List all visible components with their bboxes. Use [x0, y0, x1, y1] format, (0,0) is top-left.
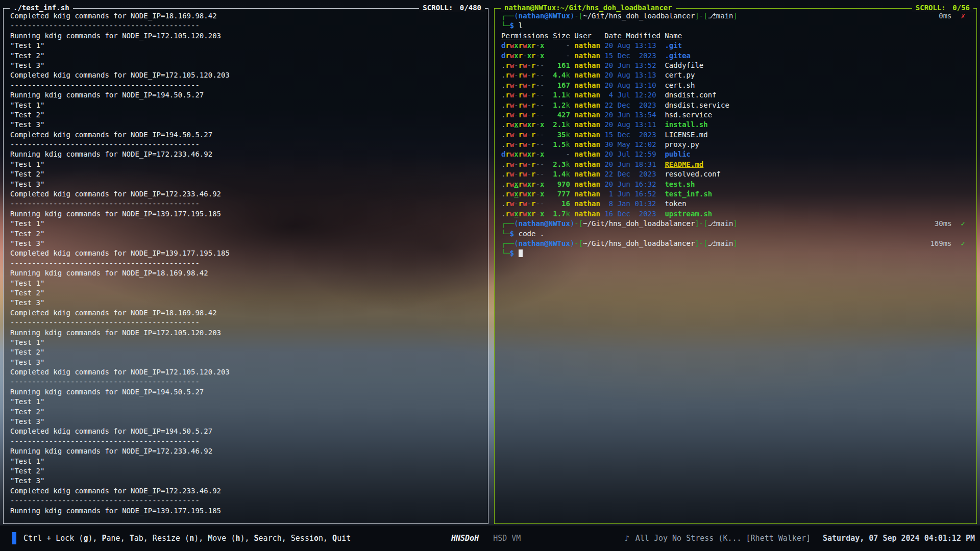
- file-date: 1 Jun 16:52: [604, 190, 656, 198]
- terminal-line: Running kdig commands for NODE_IP=172.23…: [10, 149, 485, 159]
- prompt-frame: ┌──: [501, 239, 514, 247]
- left-pane-title: ./test_inf.sh: [10, 4, 73, 12]
- git-branch-name: main: [716, 219, 733, 228]
- terminal-line: "Test 3": [10, 358, 485, 367]
- tab-hnsdoh[interactable]: HNSDoH: [451, 534, 479, 543]
- check-icon: ✓: [961, 239, 965, 248]
- prompt-frame: ┌──: [501, 219, 514, 228]
- file-name: test_inf.sh: [665, 190, 712, 198]
- file-name: LICENSE.md: [665, 131, 707, 139]
- file-size-unit: k: [566, 101, 570, 109]
- file-date: 22 Dec 2023: [604, 101, 656, 109]
- file-name: dnsdist.conf: [665, 91, 716, 99]
- terminal-line: "Test 3": [10, 120, 485, 130]
- file-size: 161: [557, 61, 570, 69]
- cross-icon: ✗: [961, 11, 965, 21]
- file-owner: nathan: [574, 61, 600, 69]
- column-header: Size: [553, 32, 570, 40]
- file-date: 22 Dec 2023: [604, 170, 656, 178]
- command-duration: 0ms: [939, 11, 951, 21]
- prompt-path: ~/Git/hns_doh_loadbalancer: [583, 239, 695, 247]
- left-pane-output: Completed kdig commands for NODE_IP=18.1…: [10, 11, 485, 521]
- tab-hsd-vm[interactable]: HSD VM: [493, 534, 521, 543]
- pane-shell[interactable]: nathan@NWTux:~/Git/hns_doh_loadbalancer …: [494, 8, 977, 524]
- file-name: proxy.py: [665, 140, 699, 148]
- terminal-line: Running kdig commands for NODE_IP=172.10…: [10, 328, 485, 338]
- terminal-line: Running kdig commands for NODE_IP=194.50…: [10, 90, 485, 100]
- command-line: └─$: [501, 248, 973, 258]
- terminal-line: "Test 3": [10, 417, 485, 427]
- terminal-line: ----------------------------------------…: [10, 318, 485, 328]
- file-size-unit: k: [566, 140, 570, 148]
- terminal-line: "Test 1": [10, 338, 485, 347]
- terminal-line: Completed kdig commands for NODE_IP=172.…: [10, 367, 485, 377]
- file-row: .rw-rw-r-- 16 nathan 8 Jan 01:32 token: [501, 199, 973, 209]
- status-bar: Ctrl + Lock (g), Pane, Tab, Resize (n), …: [0, 525, 980, 551]
- ls-header: Permissions Size User Date Modified Name: [501, 31, 973, 41]
- file-name: upstream.sh: [665, 210, 712, 218]
- file-name: .gitea: [665, 52, 691, 60]
- file-size: -: [566, 52, 570, 60]
- prompt-path: ~/Git/hns_doh_loadbalancer: [583, 219, 695, 228]
- file-row: .rw-rw-r-- 427 nathan 20 Jun 13:54 hsd.s…: [501, 110, 973, 120]
- file-size-unit: k: [566, 160, 570, 168]
- terminal-line: "Test 3": [10, 476, 485, 486]
- command-line: └─$ code .: [501, 229, 973, 239]
- command-duration: 169ms: [930, 239, 951, 248]
- pane-test-inf-script[interactable]: ./test_inf.sh SCROLL:0/480 Completed kdi…: [3, 8, 488, 524]
- file-owner: nathan: [574, 91, 600, 99]
- terminal-cursor[interactable]: [519, 249, 523, 257]
- prompt-user-host: nathan@NWTux: [519, 12, 570, 20]
- prompt-frame: ┌──: [501, 12, 514, 20]
- file-size: 777: [557, 190, 570, 198]
- terminal-line: "Test 3": [10, 180, 485, 189]
- keybinding-label: n,: [318, 534, 332, 543]
- terminal-line: Completed kdig commands for NODE_IP=194.…: [10, 130, 485, 140]
- command-status: 0ms✗: [939, 11, 965, 21]
- file-name: install.sh: [665, 120, 707, 129]
- file-name: resolved.conf: [665, 170, 721, 178]
- keybinding-label: ),: [240, 534, 254, 543]
- terminal-line: "Test 3": [10, 239, 485, 248]
- file-size-unit: k: [566, 71, 570, 79]
- file-name: .git: [665, 41, 682, 49]
- file-owner: nathan: [574, 210, 600, 218]
- keybinding-label: Ctrl + Lock (: [23, 534, 83, 543]
- file-owner: nathan: [574, 160, 600, 168]
- column-header: User: [574, 32, 592, 40]
- check-icon: ✓: [961, 219, 965, 229]
- file-owner: nathan: [574, 81, 600, 89]
- shortcut-key: n: [189, 534, 194, 543]
- prompt-path: ~/Git/hns_doh_loadbalancer: [583, 12, 695, 20]
- lock-mode-indicator: [12, 532, 16, 544]
- prompt-line: ┌──(nathan@NWTux)-[~/Git/hns_doh_loadbal…: [501, 219, 973, 229]
- file-owner: nathan: [574, 101, 600, 109]
- now-playing-text: All Joy No Stress (K... [Rhett Walker]: [635, 534, 811, 543]
- clock-datetime: Saturday, 07 Sep 2024 04:01:12 PM: [823, 534, 975, 543]
- terminal-line: ----------------------------------------…: [10, 21, 485, 31]
- file-owner: nathan: [574, 111, 600, 119]
- file-name: Caddyfile: [665, 61, 703, 69]
- terminal-line: "Test 1": [10, 219, 485, 229]
- terminal-line: ----------------------------------------…: [10, 259, 485, 268]
- git-branch-icon: ⎇: [708, 219, 716, 228]
- left-pane-scroll-indicator: SCROLL:0/480: [419, 4, 485, 12]
- file-row: .rw-rw-r-- 1.1k nathan 4 Jul 12:20 dnsdi…: [501, 90, 973, 100]
- file-owner: nathan: [574, 131, 600, 139]
- file-date: 20 Jun 16:32: [604, 180, 656, 188]
- terminal-line: Running kdig commands for NODE_IP=172.23…: [10, 446, 485, 456]
- right-pane-output: ┌──(nathan@NWTux)-[~/Git/hns_doh_loadbal…: [501, 11, 973, 521]
- right-pane-title: nathan@NWTux:~/Git/hns_doh_loadbalancer: [501, 4, 676, 12]
- command-line: └─$ l: [501, 21, 973, 31]
- file-row: .rwxrwxr-x 970 nathan 20 Jun 16:32 test.…: [501, 180, 973, 189]
- command-duration: 30ms: [935, 219, 952, 229]
- column-header: Date Modified: [604, 32, 660, 40]
- zellij-session: ./test_inf.sh SCROLL:0/480 Completed kdi…: [0, 0, 980, 551]
- terminal-line: "Test 2": [10, 169, 485, 179]
- file-name: public: [665, 150, 691, 158]
- file-name: test.sh: [665, 180, 695, 188]
- file-owner: nathan: [574, 199, 600, 208]
- command-status: 30ms✓: [935, 219, 965, 229]
- terminal-line: Running kdig commands for NODE_IP=194.50…: [10, 387, 485, 397]
- terminal-line: "Test 1": [10, 397, 485, 407]
